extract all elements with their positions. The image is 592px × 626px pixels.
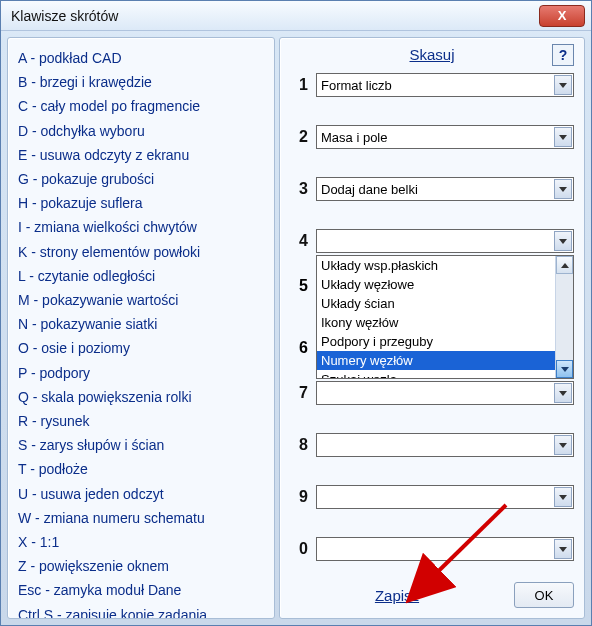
list-item[interactable]: Układy wsp.płaskich bbox=[317, 256, 573, 275]
shortcut-item: T - podłoże bbox=[18, 457, 264, 481]
titlebar: Klawisze skrótów X bbox=[1, 1, 591, 31]
slot-combo-2[interactable]: Masa i pole bbox=[316, 125, 574, 149]
scroll-track[interactable] bbox=[556, 274, 573, 360]
shortcut-item: C - cały model po fragmencie bbox=[18, 94, 264, 118]
shortcut-item: U - usuwa jeden odczyt bbox=[18, 482, 264, 506]
clear-link[interactable]: Skasuj bbox=[409, 46, 454, 63]
slot-combo-1[interactable]: Format liczb bbox=[316, 73, 574, 97]
content-area: A - podkład CAD B - brzegi i krawędzie C… bbox=[1, 31, 591, 625]
list-item-selected[interactable]: Numery węzłów bbox=[317, 351, 573, 370]
top-row: Skasuj ? bbox=[290, 46, 574, 63]
shortcut-item: K - strony elementów powłoki bbox=[18, 240, 264, 264]
close-icon: X bbox=[558, 8, 567, 23]
slot-combo-0[interactable] bbox=[316, 537, 574, 561]
list-item[interactable]: Ikony węzłów bbox=[317, 313, 573, 332]
shortcut-item: D - odchyłka wyboru bbox=[18, 119, 264, 143]
chevron-down-icon bbox=[554, 383, 572, 403]
slot-combo-9[interactable] bbox=[316, 485, 574, 509]
list-item[interactable]: Szukaj węzła bbox=[317, 370, 573, 379]
slot-number: 1 bbox=[290, 76, 308, 94]
shortcut-item: Q - skala powiększenia rolki bbox=[18, 385, 264, 409]
options-listbox[interactable]: Układy wsp.płaskich Układy węzłowe Układ… bbox=[316, 255, 574, 379]
slot-number: 4 bbox=[290, 232, 308, 250]
list-item[interactable]: Układy ścian bbox=[317, 294, 573, 313]
slot-row-3: 3 Dodaj dane belki bbox=[290, 177, 574, 201]
chevron-down-icon bbox=[554, 179, 572, 199]
shortcut-item: S - zarys słupów i ścian bbox=[18, 433, 264, 457]
help-icon: ? bbox=[559, 47, 568, 63]
assign-panel: Skasuj ? 1 Format liczb 2 Mas bbox=[279, 37, 585, 619]
chevron-down-icon bbox=[554, 487, 572, 507]
scrollbar[interactable] bbox=[555, 256, 573, 378]
save-link[interactable]: Zapisz bbox=[375, 587, 419, 604]
slot-combo-8[interactable] bbox=[316, 433, 574, 457]
dialog-window: Klawisze skrótów X A - podkład CAD B - b… bbox=[0, 0, 592, 626]
slot-number: 9 bbox=[290, 488, 308, 506]
scroll-up-icon[interactable] bbox=[556, 256, 573, 274]
slot-number: 2 bbox=[290, 128, 308, 146]
slot-number: 0 bbox=[290, 540, 308, 558]
shortcut-item: W - zmiana numeru schematu bbox=[18, 506, 264, 530]
slot-number: 6 bbox=[299, 339, 308, 357]
slot-number: 3 bbox=[290, 180, 308, 198]
slot-row-0: 0 bbox=[290, 537, 574, 561]
slot-combo-4[interactable] bbox=[316, 229, 574, 253]
combo-value: Format liczb bbox=[321, 78, 392, 93]
shortcut-item: M - pokazywanie wartości bbox=[18, 288, 264, 312]
ok-button[interactable]: OK bbox=[514, 582, 574, 608]
scroll-down-icon[interactable] bbox=[556, 360, 573, 378]
shortcut-item: H - pokazuje suflera bbox=[18, 191, 264, 215]
list-item[interactable]: Układy węzłowe bbox=[317, 275, 573, 294]
shortcuts-panel: A - podkład CAD B - brzegi i krawędzie C… bbox=[7, 37, 275, 619]
shortcut-item: A - podkład CAD bbox=[18, 46, 264, 70]
chevron-down-icon bbox=[554, 75, 572, 95]
close-button[interactable]: X bbox=[539, 5, 585, 27]
shortcut-item: P - podpory bbox=[18, 361, 264, 385]
shortcut-item: O - osie i poziomy bbox=[18, 336, 264, 360]
slot-row-4: 4 bbox=[290, 229, 574, 253]
ok-label: OK bbox=[535, 588, 554, 603]
slot-row-2: 2 Masa i pole bbox=[290, 125, 574, 149]
combo-value: Masa i pole bbox=[321, 130, 387, 145]
shortcut-item: Ctrl S - zapisuje kopię zadania bbox=[18, 603, 264, 619]
shortcut-item: X - 1:1 bbox=[18, 530, 264, 554]
chevron-down-icon bbox=[554, 231, 572, 251]
slot-number: 7 bbox=[290, 384, 308, 402]
slot-row-7: 7 bbox=[290, 381, 574, 405]
window-title: Klawisze skrótów bbox=[11, 8, 539, 24]
shortcut-item: Z - powiększenie oknem bbox=[18, 554, 264, 578]
combo-value: Dodaj dane belki bbox=[321, 182, 418, 197]
shortcut-item: L - czytanie odległości bbox=[18, 264, 264, 288]
slot-number: 8 bbox=[290, 436, 308, 454]
chevron-down-icon bbox=[554, 539, 572, 559]
slot-number: 5 bbox=[299, 277, 308, 295]
slot-row-8: 8 bbox=[290, 433, 574, 457]
listbox-area: 5 6 Układy wsp.płaskich Układy węzłowe U… bbox=[290, 255, 574, 379]
slot-row-9: 9 bbox=[290, 485, 574, 509]
chevron-down-icon bbox=[554, 127, 572, 147]
slot-combo-3[interactable]: Dodaj dane belki bbox=[316, 177, 574, 201]
shortcut-item: N - pokazywanie siatki bbox=[18, 312, 264, 336]
footer: Zapisz OK bbox=[290, 572, 574, 608]
shortcut-item: Esc - zamyka moduł Dane bbox=[18, 578, 264, 602]
shortcut-item: E - usuwa odczyty z ekranu bbox=[18, 143, 264, 167]
shortcut-item: R - rysunek bbox=[18, 409, 264, 433]
slot-combo-7[interactable] bbox=[316, 381, 574, 405]
slot-rows: 1 Format liczb 2 Masa i pole 3 bbox=[290, 73, 574, 561]
slot-row-1: 1 Format liczb bbox=[290, 73, 574, 97]
shortcut-item: B - brzegi i krawędzie bbox=[18, 70, 264, 94]
list-item[interactable]: Podpory i przeguby bbox=[317, 332, 573, 351]
chevron-down-icon bbox=[554, 435, 572, 455]
help-button[interactable]: ? bbox=[552, 44, 574, 66]
shortcut-item: I - zmiana wielkości chwytów bbox=[18, 215, 264, 239]
shortcut-item: G - pokazuje grubości bbox=[18, 167, 264, 191]
list-side-numbers: 5 6 bbox=[290, 255, 308, 379]
